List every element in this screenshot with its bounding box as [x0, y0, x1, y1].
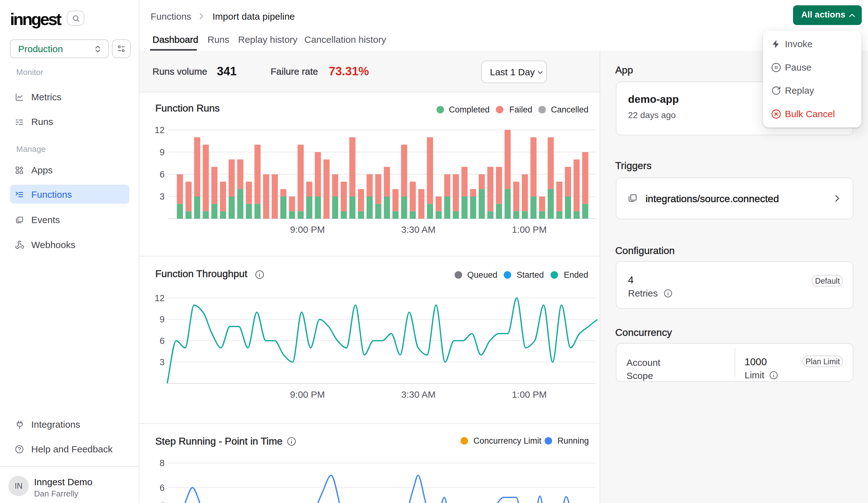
svg-text:12: 12	[155, 125, 165, 135]
svg-text:8: 8	[160, 458, 165, 468]
svg-text:3: 3	[160, 192, 165, 202]
svg-text:3: 3	[160, 357, 165, 367]
svg-text:6: 6	[160, 170, 165, 179]
svg-text:6: 6	[160, 483, 165, 493]
svg-text:6: 6	[160, 336, 165, 346]
svg-text:12: 12	[155, 293, 165, 303]
svg-text:4: 4	[160, 501, 165, 503]
svg-text:9: 9	[160, 314, 165, 324]
svg-text:9: 9	[160, 147, 165, 157]
